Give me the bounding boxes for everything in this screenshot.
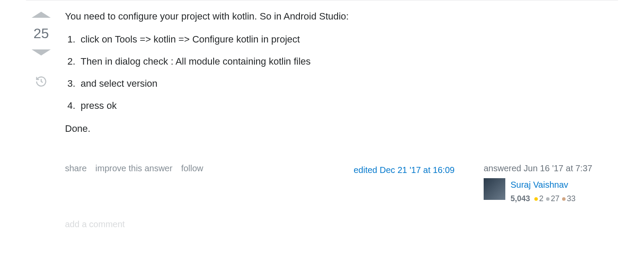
steps-list: click on Tools => kotlin => Configure ko… bbox=[78, 32, 618, 113]
user-meta: Suraj Vaishnav 5,043 2 27 bbox=[511, 178, 576, 205]
user-info: answered Jun 16 '17 at 7:37 Suraj Vaishn… bbox=[484, 162, 618, 205]
bronze-dot-icon bbox=[562, 197, 566, 201]
answer-post: 25 You need to configure your project wi… bbox=[26, 0, 618, 231]
downvote-button[interactable] bbox=[32, 49, 51, 55]
reputation: 5,043 bbox=[511, 193, 530, 205]
silver-badge: 27 bbox=[546, 193, 559, 205]
gold-badge: 2 bbox=[534, 193, 543, 205]
post-body: You need to configure your project with … bbox=[65, 9, 618, 231]
post-menu: share improve this answer follow edited … bbox=[65, 162, 618, 205]
bronze-badge: 33 bbox=[562, 193, 576, 205]
silver-dot-icon bbox=[546, 197, 550, 201]
add-comment-link[interactable]: add a comment bbox=[65, 218, 618, 231]
intro-text: You need to configure your project with … bbox=[65, 9, 618, 23]
list-item: and select version bbox=[78, 76, 618, 91]
bronze-count: 33 bbox=[567, 193, 576, 205]
user-details: Suraj Vaishnav 5,043 2 27 bbox=[484, 178, 618, 205]
improve-link[interactable]: improve this answer bbox=[95, 162, 172, 175]
avatar[interactable] bbox=[484, 178, 505, 200]
share-link[interactable]: share bbox=[65, 162, 87, 175]
list-item: Then in dialog check : All module contai… bbox=[78, 54, 618, 68]
follow-link[interactable]: follow bbox=[181, 162, 203, 175]
user-name-link[interactable]: Suraj Vaishnav bbox=[511, 178, 576, 191]
list-item: press ok bbox=[78, 98, 618, 113]
vote-count: 25 bbox=[33, 26, 49, 42]
vote-cell: 25 bbox=[26, 9, 56, 231]
outro-text: Done. bbox=[65, 121, 618, 136]
upvote-button[interactable] bbox=[32, 12, 51, 18]
gold-dot-icon bbox=[534, 197, 538, 201]
edited-info: edited Dec 21 '17 at 16:09 bbox=[354, 163, 484, 176]
user-stats: 5,043 2 27 33 bbox=[511, 193, 576, 205]
list-item: click on Tools => kotlin => Configure ko… bbox=[78, 32, 618, 46]
answered-label: answered Jun 16 '17 at 7:37 bbox=[484, 162, 618, 175]
gold-count: 2 bbox=[539, 193, 543, 205]
history-icon[interactable] bbox=[35, 75, 47, 90]
edited-link[interactable]: edited Dec 21 '17 at 16:09 bbox=[354, 165, 455, 175]
silver-count: 27 bbox=[551, 193, 559, 205]
post-actions: share improve this answer follow bbox=[65, 162, 354, 175]
